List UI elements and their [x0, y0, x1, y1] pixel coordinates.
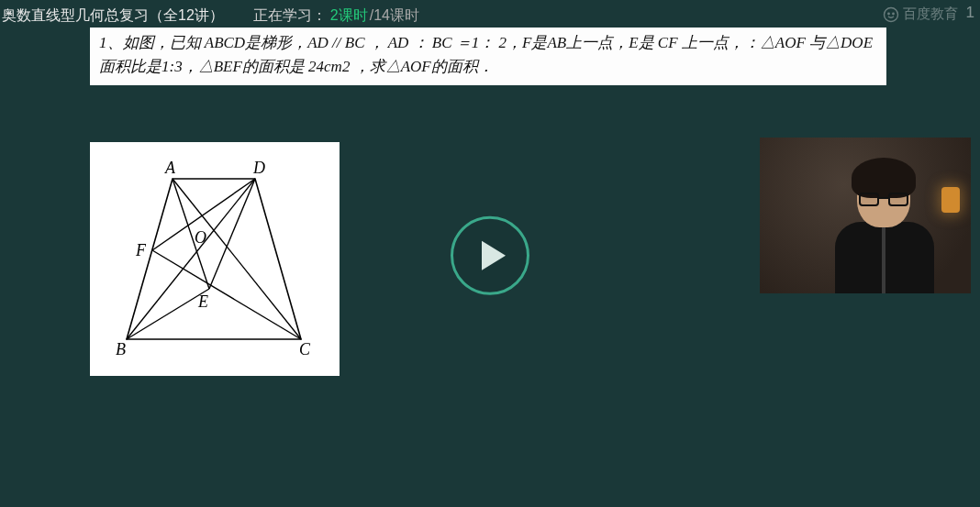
- play-icon: [482, 240, 506, 270]
- instructor-avatar: [831, 161, 932, 293]
- problem-text: 1、如图，已知 ABCD是梯形，AD // BC ， AD ： BC ＝1： 2…: [99, 34, 873, 75]
- svg-line-4: [173, 179, 301, 339]
- svg-point-1: [887, 12, 890, 15]
- learning-status-label: 正在学习：: [253, 6, 327, 26]
- trapezoid-figure: A D B C F E O: [99, 151, 330, 368]
- label-O: O: [195, 228, 206, 247]
- problem-statement: 1、如图，已知 ABCD是梯形，AD // BC ， AD ： BC ＝1： 2…: [90, 28, 886, 85]
- brand-side-number: 1: [966, 4, 974, 22]
- label-D: D: [252, 159, 265, 177]
- label-A: A: [164, 159, 176, 177]
- brand-logo: 百度教育: [883, 6, 958, 23]
- instructor-webcam: [760, 138, 971, 293]
- label-B: B: [116, 340, 126, 358]
- svg-line-5: [127, 179, 255, 339]
- svg-point-0: [885, 7, 898, 21]
- label-C: C: [299, 340, 311, 358]
- current-lesson: 2课时: [330, 6, 368, 26]
- brand-text: 百度教育: [903, 6, 958, 23]
- label-E: E: [197, 292, 208, 311]
- play-button[interactable]: [451, 215, 529, 294]
- total-lesson: /14课时: [370, 6, 419, 26]
- geometry-diagram: A D B C F E O: [90, 142, 340, 376]
- course-title: 奥数直线型几何总复习（全12讲）: [2, 6, 224, 26]
- header-bar: 奥数直线型几何总复习（全12讲） 正在学习： 2课时 /14课时: [0, 4, 980, 28]
- svg-marker-3: [127, 179, 301, 339]
- lamp-icon: [941, 187, 960, 213]
- brand-icon: [883, 6, 899, 23]
- label-F: F: [135, 241, 147, 259]
- svg-point-2: [892, 12, 895, 15]
